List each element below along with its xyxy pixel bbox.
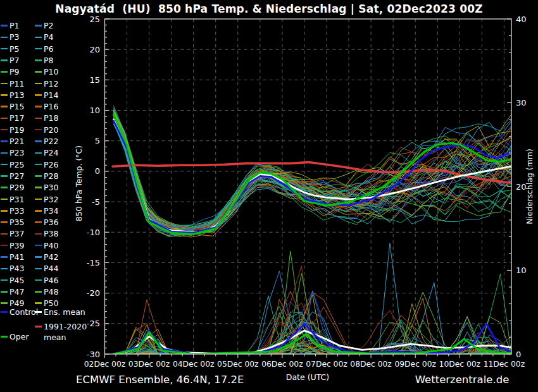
precip-member-line	[114, 271, 512, 354]
svg-text:04Dec 00z: 04Dec 00z	[173, 360, 214, 369]
legend-item-p40-swatch	[35, 245, 42, 247]
legend-item-p28-swatch	[35, 175, 42, 177]
legend-item-p5: P5	[1, 44, 20, 54]
legend-item-p37: P37	[1, 229, 24, 239]
legend-item-p49-swatch	[1, 302, 8, 304]
legend-item-p26: P26	[35, 160, 58, 170]
legend-item-p47-swatch	[1, 291, 8, 293]
legend-item-p12-swatch	[35, 83, 42, 85]
legend-item-p44: P44	[35, 264, 58, 274]
legend-item-climate-mean: 1991-2020	[35, 322, 87, 332]
legend-item-p9: P9	[1, 67, 20, 77]
legend-item-p3-swatch	[1, 37, 8, 39]
x-axis-title: Date (UTC)	[286, 372, 329, 382]
legend-item-p17: P17	[1, 113, 24, 123]
legend-item-p35-label: P35	[9, 217, 24, 227]
legend-item-p31-label: P31	[9, 195, 24, 204]
precip-member-line	[114, 243, 512, 354]
legend-item-p4-label: P4	[44, 32, 54, 42]
legend-item-p19-label: P19	[9, 125, 24, 135]
legend-item-p33: P33	[1, 206, 24, 216]
legend-item-p32-label: P32	[44, 195, 58, 204]
legend-item-p37-label: P37	[9, 229, 24, 238]
legend-item-p27: P27	[1, 171, 24, 181]
legend-item-p28: P28	[35, 171, 58, 181]
footer-model-info: ECMWF Ensemble, 46.4N, 17.2E	[76, 374, 244, 386]
svg-text:07Dec 00z: 07Dec 00z	[306, 360, 347, 369]
legend-item-p7: P7	[1, 56, 20, 66]
legend-item-p44-label: P44	[44, 264, 58, 273]
legend-item-p29: P29	[1, 183, 24, 193]
legend-item-p33-swatch	[1, 210, 8, 212]
temp-member-line	[114, 116, 512, 234]
legend-item-p24: P24	[35, 148, 58, 158]
legend-item-p24-label: P24	[44, 148, 58, 157]
oper-temp-line	[114, 114, 512, 234]
legend-item-p21-label: P21	[9, 137, 24, 146]
svg-text:05Dec 00z: 05Dec 00z	[217, 360, 258, 369]
legend-item-p14: P14	[35, 90, 58, 101]
temp-member-line	[114, 119, 512, 232]
legend-item-p12-label: P12	[44, 79, 58, 89]
temp-member-line	[114, 119, 512, 230]
legend-item-p1-label: P1	[9, 21, 20, 30]
legend-item-p15-swatch	[1, 106, 8, 107]
legend-item-p3: P3	[1, 32, 20, 42]
legend-item-p10: P10	[35, 67, 58, 77]
legend-item-p41-swatch	[1, 256, 8, 258]
legend-item-p12: P12	[35, 79, 58, 89]
legend-item-p19-swatch	[1, 129, 8, 131]
legend-item-p23: P23	[1, 148, 24, 158]
legend-item-p34: P34	[35, 206, 58, 216]
legend-item-p13-swatch	[1, 94, 8, 96]
legend-item-p24-swatch	[35, 152, 42, 154]
legend-item-p33-label: P33	[9, 206, 24, 216]
legend-item-p23-swatch	[1, 152, 8, 154]
legend-item-p46-swatch	[35, 279, 42, 281]
legend-item-p30: P30	[35, 183, 58, 193]
legend-item-p45-swatch	[1, 279, 8, 281]
legend-item-p6-swatch	[35, 48, 42, 50]
legend-item-p44-swatch	[35, 268, 42, 270]
legend-item-p47: P47	[1, 287, 24, 297]
legend-item-p9-swatch	[1, 71, 8, 73]
legend-item-p38-swatch	[35, 233, 42, 235]
legend-item-p21: P21	[1, 137, 24, 147]
legend-item-p48: P48	[35, 287, 58, 297]
legend-item-p29-label: P29	[9, 183, 24, 192]
legend-item-p39-label: P39	[9, 241, 24, 250]
axes-spines	[105, 19, 512, 354]
ens-mean-temp-line	[114, 119, 512, 232]
svg-text:10: 10	[516, 266, 527, 275]
legend-item-p25: P25	[1, 160, 24, 170]
legend-item-p50-swatch	[35, 302, 42, 304]
legend-item-p47-label: P47	[9, 287, 24, 297]
precip-member-line	[114, 291, 512, 354]
legend-item-p1: P1	[1, 21, 20, 31]
legend-item-control-swatch	[1, 311, 8, 313]
temp-member-line	[114, 117, 512, 233]
svg-text:10Dec 00z: 10Dec 00z	[439, 360, 480, 369]
legend-item-p40-label: P40	[44, 241, 58, 250]
legend-item-p36: P36	[35, 217, 58, 228]
legend-item-p5-swatch	[1, 48, 8, 50]
svg-text:03Dec 00z: 03Dec 00z	[128, 360, 170, 369]
svg-text:06Dec 00z: 06Dec 00z	[261, 360, 303, 369]
svg-text:08Dec 00z: 08Dec 00z	[350, 360, 391, 369]
legend-item-p34-swatch	[35, 210, 42, 212]
temp-member-line	[114, 120, 512, 231]
legend-item-p11-label: P11	[9, 79, 24, 89]
legend-item-p11-swatch	[1, 83, 8, 85]
legend-item-p16-label: P16	[44, 102, 58, 111]
legend-item-climate-mean-line2: mean	[44, 333, 66, 343]
legend-item-p36-label: P36	[44, 217, 58, 227]
legend-item-p10-label: P10	[44, 67, 58, 77]
legend-item-p26-swatch	[35, 164, 42, 166]
legend-item-p38: P38	[35, 229, 58, 239]
legend-item-control-label: Control	[9, 307, 38, 317]
legend-item-p43-label: P43	[9, 264, 24, 273]
legend-item-p2-label: P2	[44, 21, 54, 30]
legend-item-p22: P22	[35, 137, 58, 147]
legend-item-p31-swatch	[1, 199, 8, 200]
legend-item-p49-label: P49	[9, 298, 24, 308]
